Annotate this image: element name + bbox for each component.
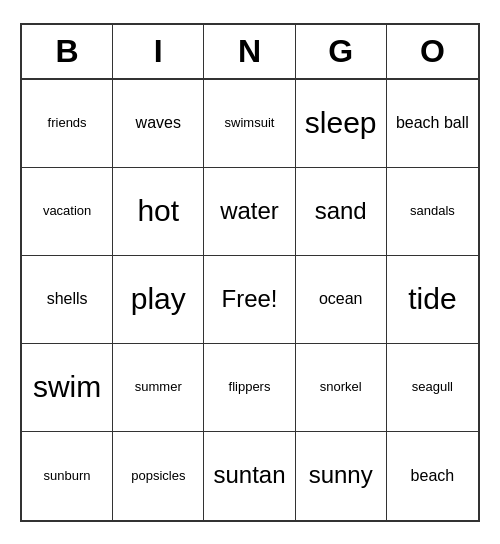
header-letter: B (22, 25, 113, 78)
bingo-cell[interactable]: water (204, 168, 295, 256)
cell-text: shells (47, 289, 88, 308)
bingo-cell[interactable]: sandals (387, 168, 478, 256)
bingo-cell[interactable]: ocean (296, 256, 387, 344)
bingo-cell[interactable]: flippers (204, 344, 295, 432)
cell-text: seagull (412, 379, 453, 395)
bingo-cell[interactable]: swimsuit (204, 80, 295, 168)
bingo-cell[interactable]: shells (22, 256, 113, 344)
cell-text: sunny (309, 461, 373, 490)
cell-text: suntan (213, 461, 285, 490)
cell-text: vacation (43, 203, 91, 219)
cell-text: play (131, 281, 186, 317)
bingo-cell[interactable]: hot (113, 168, 204, 256)
bingo-cell[interactable]: seagull (387, 344, 478, 432)
cell-text: swimsuit (225, 115, 275, 131)
bingo-cell[interactable]: swim (22, 344, 113, 432)
cell-text: friends (48, 115, 87, 131)
cell-text: swim (33, 369, 101, 405)
cell-text: flippers (229, 379, 271, 395)
bingo-cell[interactable]: sand (296, 168, 387, 256)
cell-text: beach ball (396, 113, 469, 132)
cell-text: water (220, 197, 279, 226)
bingo-cell[interactable]: beach ball (387, 80, 478, 168)
bingo-cell[interactable]: waves (113, 80, 204, 168)
bingo-cell[interactable]: tide (387, 256, 478, 344)
cell-text: sand (315, 197, 367, 226)
bingo-cell[interactable]: Free! (204, 256, 295, 344)
cell-text: summer (135, 379, 182, 395)
bingo-cell[interactable]: beach (387, 432, 478, 520)
bingo-cell[interactable]: suntan (204, 432, 295, 520)
bingo-cell[interactable]: play (113, 256, 204, 344)
header-letter: O (387, 25, 478, 78)
cell-text: snorkel (320, 379, 362, 395)
cell-text: ocean (319, 289, 363, 308)
bingo-cell[interactable]: popsicles (113, 432, 204, 520)
cell-text: hot (137, 193, 179, 229)
bingo-cell[interactable]: sunburn (22, 432, 113, 520)
cell-text: waves (136, 113, 181, 132)
cell-text: sunburn (44, 468, 91, 484)
bingo-card: BINGO friendswavesswimsuitsleepbeach bal… (20, 23, 480, 522)
bingo-cell[interactable]: vacation (22, 168, 113, 256)
cell-text: Free! (221, 285, 277, 314)
cell-text: tide (408, 281, 456, 317)
bingo-grid: friendswavesswimsuitsleepbeach ballvacat… (22, 80, 478, 520)
cell-text: sandals (410, 203, 455, 219)
bingo-cell[interactable]: snorkel (296, 344, 387, 432)
bingo-cell[interactable]: friends (22, 80, 113, 168)
bingo-header: BINGO (22, 25, 478, 80)
bingo-cell[interactable]: summer (113, 344, 204, 432)
header-letter: I (113, 25, 204, 78)
header-letter: G (296, 25, 387, 78)
bingo-cell[interactable]: sleep (296, 80, 387, 168)
cell-text: beach (411, 466, 455, 485)
bingo-cell[interactable]: sunny (296, 432, 387, 520)
cell-text: popsicles (131, 468, 185, 484)
header-letter: N (204, 25, 295, 78)
cell-text: sleep (305, 105, 377, 141)
